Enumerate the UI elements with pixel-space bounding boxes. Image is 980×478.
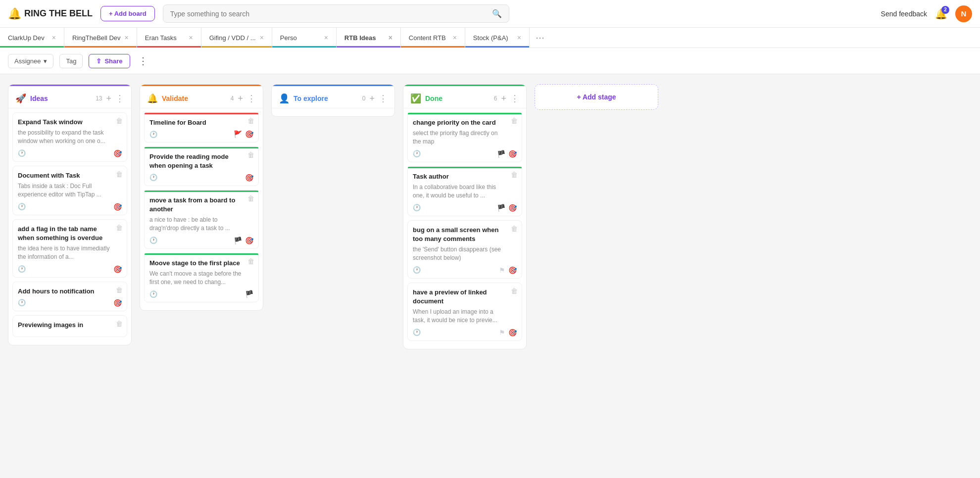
flag-icon: 🚩 xyxy=(234,130,242,138)
card-v2: 🗑 Provide the reading mode when opening … xyxy=(144,146,259,186)
clock-icon: 🕐 xyxy=(18,149,26,157)
card-footer: 🕐 🏴 xyxy=(149,290,253,298)
card-delete-button[interactable]: 🗑 xyxy=(511,225,518,233)
search-bar: 🔍 xyxy=(163,4,509,23)
tab-content[interactable]: Content RTB × xyxy=(401,28,465,48)
card-delete-button[interactable]: 🗑 xyxy=(116,170,123,178)
col-add-button[interactable]: + xyxy=(106,94,111,104)
card-delete-button[interactable]: 🗑 xyxy=(116,286,123,294)
card-delete-button[interactable]: 🗑 xyxy=(116,224,123,232)
card-delete-button[interactable]: 🗑 xyxy=(247,151,254,159)
card-footer: 🕐 🎯 xyxy=(18,265,122,273)
col-more-button[interactable]: ⋮ xyxy=(379,93,388,104)
tab-gifing[interactable]: Gifing / VDD / ... × xyxy=(201,28,272,48)
card-meta: 🕐 xyxy=(18,265,26,273)
card-c2: 🗑 Document with Task Tabs inside a task … xyxy=(12,166,127,215)
board: 🚀 Ideas 13 + ⋮ 🗑 Expand Task window the … xyxy=(0,74,980,478)
target-icon: 🎯 xyxy=(508,204,517,212)
card-delete-button[interactable]: 🗑 xyxy=(247,117,254,125)
card-delete-button[interactable]: 🗑 xyxy=(511,117,518,125)
col-add-button[interactable]: + xyxy=(369,94,375,104)
tab-rtb-ideas[interactable]: RTB Ideas × xyxy=(337,28,401,48)
more-options-button[interactable]: ⋮ xyxy=(136,53,150,69)
target-icon: 🎯 xyxy=(245,237,253,244)
tab-label: Perso xyxy=(280,34,297,42)
search-input[interactable] xyxy=(170,10,488,18)
flag-icon: 🏴 xyxy=(234,237,242,244)
tab-stock[interactable]: Stock (P&A) × xyxy=(465,28,530,48)
col-count: 13 xyxy=(96,95,102,102)
card-delete-button[interactable]: 🗑 xyxy=(116,117,123,125)
tab-rtb-dev[interactable]: RingTheBell Dev × xyxy=(64,28,137,48)
tab-close-icon[interactable]: × xyxy=(389,34,392,42)
tab-eran[interactable]: Eran Tasks × xyxy=(137,28,201,48)
tab-close-icon[interactable]: × xyxy=(453,34,457,42)
card-actions: 🎯 xyxy=(245,174,253,182)
share-button[interactable]: ⇧ Share xyxy=(89,54,130,68)
assignee-filter[interactable]: Assignee ▾ xyxy=(8,54,53,68)
col-more-button[interactable]: ⋮ xyxy=(510,93,519,104)
tab-close-icon[interactable]: × xyxy=(125,34,129,42)
flag-icon: ⚑ xyxy=(499,329,505,336)
target-icon: 🎯 xyxy=(245,174,253,182)
card-title: Moove stage to the first place xyxy=(149,259,253,268)
clock-icon: 🕐 xyxy=(149,131,157,138)
notification-badge: 2 xyxy=(941,6,949,14)
col-more-button[interactable]: ⋮ xyxy=(247,93,256,104)
card-delete-button[interactable]: 🗑 xyxy=(511,171,518,179)
col-icon: 🚀 xyxy=(15,93,26,104)
tab-perso[interactable]: Perso × xyxy=(272,28,337,48)
card-meta: 🕐 xyxy=(413,150,421,157)
col-add-button[interactable]: + xyxy=(238,94,243,104)
card-meta: 🕐 xyxy=(149,290,157,298)
avatar[interactable]: N xyxy=(955,5,972,22)
card-delete-button[interactable]: 🗑 xyxy=(247,257,254,265)
col-body: 🗑 Timeline for Board 🕐 🚩 🎯 🗑 Provide xyxy=(140,108,263,310)
col-body xyxy=(272,108,394,116)
chevron-down-icon: ▾ xyxy=(44,57,47,65)
add-stage-button[interactable]: + Add stage xyxy=(535,84,658,110)
card-v3: 🗑 move a task from a board to another a … xyxy=(144,190,259,249)
card-meta: 🕐 xyxy=(149,131,157,138)
col-title: Done xyxy=(425,95,490,102)
card-footer: 🕐 🚩 🎯 xyxy=(149,130,253,138)
col-count: 0 xyxy=(362,95,366,102)
toolbar: Assignee ▾ Tag ⇧ Share ⋮ xyxy=(0,48,980,74)
clock-icon: 🕐 xyxy=(18,299,26,306)
tag-filter[interactable]: Tag xyxy=(59,54,83,68)
feedback-button[interactable]: Send feedback xyxy=(881,10,927,18)
card-meta: 🕐 xyxy=(18,203,26,210)
card-delete-button[interactable]: 🗑 xyxy=(247,194,254,202)
tab-label: Gifing / VDD / ... xyxy=(209,34,256,42)
card-delete-button[interactable]: 🗑 xyxy=(511,287,518,295)
col-more-button[interactable]: ⋮ xyxy=(115,93,124,104)
card-title: Document with Task xyxy=(18,171,122,180)
tab-close-icon[interactable]: × xyxy=(189,34,193,42)
card-footer: 🕐 🏴 🎯 xyxy=(413,150,517,158)
target-icon: 🎯 xyxy=(113,149,122,157)
tab-close-icon[interactable]: × xyxy=(517,34,521,42)
card-actions: 🎯 xyxy=(113,299,122,307)
tab-close-icon[interactable]: × xyxy=(260,34,264,42)
tab-label: ClarkUp Dev xyxy=(8,34,45,42)
clock-icon: 🕐 xyxy=(413,266,421,274)
notification-button[interactable]: 🔔 2 xyxy=(935,8,947,20)
tab-label: RTB Ideas xyxy=(344,34,376,42)
card-delete-button[interactable]: 🗑 xyxy=(116,320,123,328)
card-actions: 🏴 xyxy=(245,290,253,298)
card-title: add a flag in the tab name when somethin… xyxy=(18,225,122,242)
card-footer: 🕐 ⚑ 🎯 xyxy=(413,266,517,274)
tab-close-icon[interactable]: × xyxy=(52,34,56,42)
col-add-button[interactable]: + xyxy=(501,94,506,104)
tabs-more-button[interactable]: ⋯ xyxy=(530,32,550,43)
card-actions: 🎯 xyxy=(113,149,122,157)
tab-clarkup[interactable]: ClarkUp Dev × xyxy=(0,28,64,48)
tab-close-icon[interactable]: × xyxy=(324,34,328,42)
col-title: To explore xyxy=(294,95,358,102)
add-board-button[interactable]: + Add board xyxy=(100,6,155,21)
card-c5: 🗑 Previewing images in xyxy=(12,315,127,337)
card-meta: 🕐 xyxy=(18,299,26,306)
card-d2: 🗑 Task author In a collaborative board l… xyxy=(407,166,522,216)
card-title: Timeline for Board xyxy=(149,118,253,127)
card-title: Add hours to notification xyxy=(18,287,122,296)
